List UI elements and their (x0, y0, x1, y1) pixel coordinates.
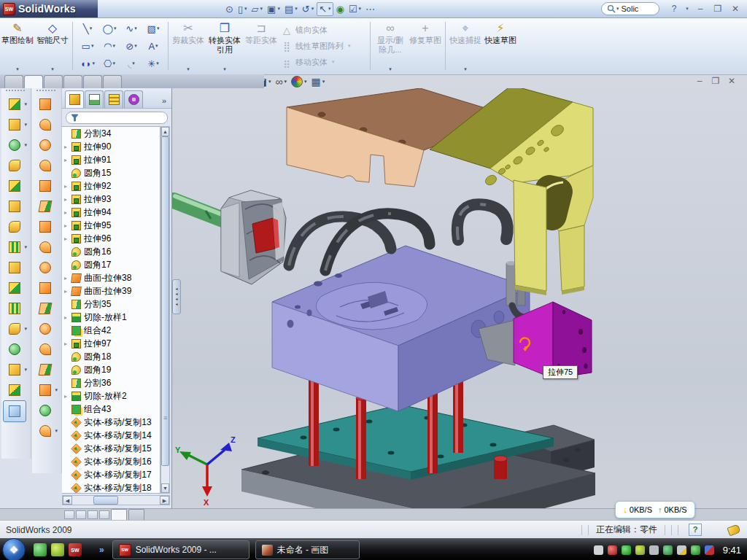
combine[interactable]: ▾ (1, 278, 28, 298)
expand-arrow-icon[interactable]: ▸ (64, 222, 71, 229)
tab-features[interactable] (4, 75, 23, 88)
configurationmanager-tab[interactable] (104, 90, 123, 108)
taskbar-clock[interactable]: 9:41 (723, 545, 741, 556)
sketch-fillet-icon[interactable]: ◟▾ (120, 55, 142, 72)
propertymanager-tab[interactable] (85, 90, 104, 108)
scroll-down-button[interactable]: ▼ (161, 483, 169, 493)
next-tab-button[interactable] (88, 510, 98, 519)
menu-help[interactable] (203, 7, 219, 11)
ellipse-icon[interactable]: ⊘▾ (120, 37, 142, 55)
new-document-icon[interactable]: ▯▾ (236, 3, 249, 15)
search-input[interactable]: ▾ Solic (601, 2, 659, 15)
slot-icon[interactable]: ◖◗▾ (77, 55, 98, 72)
tree-vertical-scrollbar[interactable]: ▲ ▼ (160, 126, 170, 494)
update-tray-icon[interactable] (635, 545, 645, 555)
shell[interactable]: ▾ (1, 196, 28, 217)
feature-tree-item[interactable]: ▸ 实体-移动/复制15 (62, 442, 160, 455)
smart-dimension-dropdown-icon[interactable]: ▾ (51, 66, 54, 72)
expand-arrow-icon[interactable]: ▸ (64, 393, 71, 400)
first-tab-button[interactable] (64, 510, 74, 519)
pin-icon[interactable]: ⊙▾ (224, 3, 235, 15)
app-close-button[interactable]: ✕ (728, 4, 743, 14)
rib[interactable]: ▾ (1, 257, 28, 278)
feature-tree-item[interactable]: ▸ 拉伸96 (62, 232, 160, 245)
circle-icon[interactable]: ◯▾ (98, 20, 120, 37)
display-delete-relations-button[interactable]: ∞ 显示/删除几... ▾ (373, 18, 408, 74)
boundary-surface[interactable]: ▾ (32, 176, 58, 196)
shield-tray-icon[interactable] (622, 545, 631, 555)
part-cutaway-block-gray[interactable] (221, 190, 286, 284)
parting-surface[interactable]: ▾ (32, 380, 58, 400)
toolbar-overflow-icon[interactable]: ⋯▾ (364, 3, 376, 15)
menu-window[interactable] (187, 7, 203, 11)
tag-icon[interactable] (727, 524, 740, 536)
core[interactable]: ▾ (32, 421, 58, 441)
smart-dimension-button[interactable]: ◇ 智能尺寸 ▾ (35, 18, 70, 74)
help-button[interactable]: ? (667, 4, 681, 14)
scroll-thumb[interactable] (161, 136, 169, 466)
save-icon[interactable]: ▣▾ (266, 3, 282, 15)
tooling-split[interactable]: ▾ (32, 400, 58, 421)
filled-surface[interactable]: ▾ (32, 196, 58, 217)
feature-tree-item[interactable]: ▸ 组合42 (62, 324, 160, 337)
repair-sketch-button[interactable]: + 修复草图 (408, 18, 443, 74)
revolved-surface[interactable]: ▾ (32, 114, 58, 135)
language-tray-icon[interactable] (705, 545, 714, 555)
taskbar-button-solidworks[interactable]: SW SolidWorks 2009 - ... (112, 540, 249, 559)
feature-tree-item[interactable]: ▸ 实体-移动/复制16 (62, 455, 160, 468)
sketch-picture-icon[interactable]: ▧▾ (142, 20, 164, 37)
convert-entities-button[interactable]: ❒ 转换实体引用 ▾ (206, 18, 244, 74)
convert-entities-dropdown-icon[interactable]: ▾ (223, 66, 226, 72)
feature-tree-item[interactable]: ▸ 拉伸91 (62, 153, 160, 166)
panel-splitter-handle[interactable]: ◂◂◂◂ (172, 279, 181, 314)
menu-tools[interactable] (171, 7, 187, 11)
feature-tree-item[interactable]: ▸ 切除-放样1 (62, 311, 160, 324)
hide-show-items-icon[interactable]: ∞▾ (275, 76, 287, 88)
expand-arrow-icon[interactable]: ▸ (64, 288, 71, 295)
feature-tree-item[interactable]: ▸ 实体-移动/复制17 (62, 468, 160, 481)
tab-dimxpert[interactable] (103, 75, 122, 88)
menu-edit[interactable] (123, 7, 139, 11)
feature-tree-item[interactable]: ▸ 分割34 (62, 127, 160, 140)
tab-mold-tools[interactable] (63, 75, 82, 88)
tab-motion-study-1[interactable] (128, 509, 144, 521)
move-entities-button[interactable]: ⣶ 移动实体 ▾ (280, 54, 366, 70)
offset-entities-button[interactable]: ⊐ 等距实体 (244, 18, 279, 74)
quicklaunch-overflow[interactable]: » (86, 543, 104, 556)
feature-tree-item[interactable]: ▸ 圆角15 (62, 166, 160, 179)
offset-surface[interactable]: ▾ (32, 237, 58, 257)
edit-appearance-icon[interactable]: ▾ (291, 76, 307, 88)
menu-view[interactable] (139, 7, 155, 11)
arc-icon[interactable]: ◠▾ (98, 37, 120, 55)
line-icon[interactable]: ╲▾ (77, 20, 98, 37)
help-dropdown-icon[interactable]: ▾ (684, 6, 690, 12)
feature-tree-item[interactable]: ▸ 曲面-拉伸38 (62, 271, 160, 284)
dimxpertmanager-tab[interactable] (124, 90, 143, 108)
sketch-button[interactable]: ✎ 草图绘制 ▾ (0, 18, 35, 74)
lofted-surface[interactable]: ▾ (32, 155, 58, 176)
search-scope-dropdown-icon[interactable]: ▾ (616, 6, 619, 12)
thicken[interactable]: ▾ (32, 339, 58, 359)
quick-snaps-button[interactable]: ⌖ 快速捕捉 ▾ (448, 18, 483, 74)
feature-tree-item[interactable]: ▸ 圆角16 (62, 245, 160, 258)
scroll-right-button[interactable]: ▶ (160, 496, 169, 505)
featuremanager-tab[interactable] (65, 90, 84, 108)
health-tray-icon[interactable] (691, 545, 700, 555)
parting-line[interactable]: ▾ (32, 359, 58, 380)
swept-surface[interactable]: ▾ (32, 135, 58, 155)
sketch-text-icon[interactable]: A▾ (142, 37, 164, 55)
feature-tree-item[interactable]: ▸ 切除-放样2 (62, 389, 160, 402)
app-minimize-button[interactable]: – (693, 4, 708, 14)
print-icon[interactable]: ▤▾ (283, 3, 299, 15)
trim-surface[interactable]: ▾ (32, 298, 58, 319)
point-icon[interactable]: ✳▾ (142, 55, 164, 72)
expand-arrow-icon[interactable]: ▸ (64, 275, 71, 281)
toolbar-grip[interactable] (36, 90, 55, 91)
rebuild-icon[interactable]: ◉▾ (335, 3, 346, 15)
app-restore-button[interactable]: ❐ (711, 4, 725, 14)
move-copy-body[interactable]: ▾ (1, 319, 28, 339)
part-sprue-rod-green[interactable] (174, 196, 225, 220)
panel-overflow-button[interactable]: » (162, 96, 170, 108)
mirror-entities-button[interactable]: △ 镜向实体 (280, 22, 366, 38)
undo-icon[interactable]: ↺▾ (301, 3, 315, 15)
